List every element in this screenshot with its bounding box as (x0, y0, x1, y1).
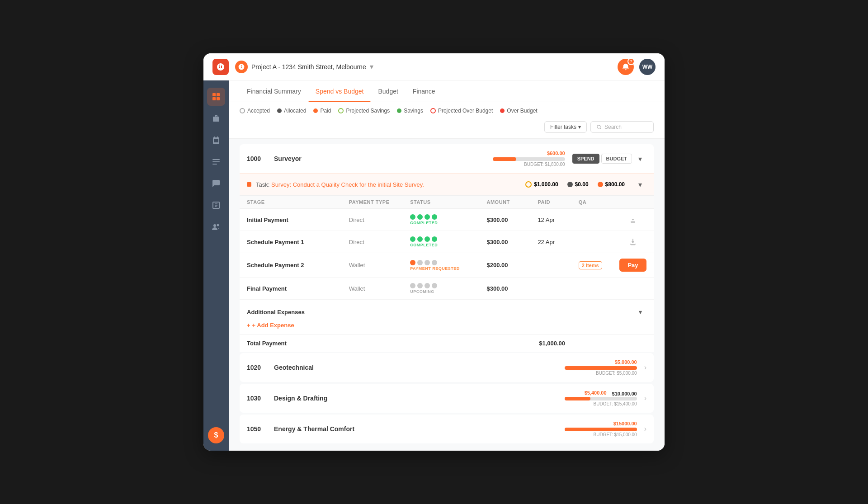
task-amounts: $1,000.00 $0.00 $800.00 ▾ (525, 178, 646, 191)
task-row: Task: Survey: Conduct a Quality Check fo… (240, 173, 654, 195)
tab-financial-summary[interactable]: Financial Summary (240, 80, 308, 102)
paid-dot (313, 108, 318, 113)
app-logo (212, 59, 229, 75)
tab-budget[interactable]: Budget (371, 80, 405, 102)
budget-bar-fill (493, 157, 517, 161)
dot-1 (410, 260, 415, 265)
legend-bar: Accepted Allocated Paid Projected Saving… (229, 102, 665, 139)
payment-table-header: STAGE PAYMENT TYPE STATUS AMOUNT PAID QA (240, 195, 654, 209)
task-amount-allocated: $0.00 (567, 181, 589, 188)
main-content: Financial Summary Spend vs Budget Budget… (229, 80, 665, 451)
projected-savings-icon (338, 108, 344, 113)
task-label: Task: Survey: Conduct a Quality Check fo… (256, 181, 424, 188)
download-icon-schedule-1[interactable] (619, 238, 646, 245)
section-1030-budget: $5,400.00 $10,000.00 BUDGET: $15,400.00 (556, 390, 637, 406)
dot-3 (425, 236, 430, 242)
header-actions: 7 WW (618, 59, 656, 75)
project-dropdown-icon[interactable]: ▾ (370, 62, 373, 71)
dot-1 (410, 236, 415, 242)
allocated-dot-task (567, 182, 573, 187)
download-icon-initial[interactable] (619, 216, 646, 223)
legend-over-budget: Over Budget (500, 108, 537, 114)
section-1020-fill (565, 366, 637, 370)
budget-bar-track (493, 157, 565, 161)
filter-tasks-button[interactable]: Filter tasks ▾ (544, 121, 587, 133)
dot-4 (432, 283, 437, 288)
savings-dot (397, 108, 401, 113)
notifications-button[interactable]: 7 (618, 59, 634, 75)
additional-expenses-header[interactable]: Additional Expenses ▾ (247, 306, 646, 318)
budget-button[interactable]: BUDGET (601, 154, 632, 164)
sidebar-item-calendar[interactable] (207, 131, 225, 149)
section-1050-fill (565, 428, 637, 431)
svg-rect-3 (217, 97, 220, 100)
section-1050-bar (565, 428, 637, 431)
accepted-icon (240, 108, 245, 113)
tabs-bar: Financial Summary Spend vs Budget Budget… (229, 80, 665, 102)
legend-allocated: Allocated (277, 108, 306, 114)
sidebar-item-briefcase[interactable] (207, 109, 225, 127)
spend-button[interactable]: SPEND (572, 154, 599, 164)
svg-rect-1 (217, 93, 220, 96)
table-content: 1000 Surveyor $600.00 BUDGET: $1,800.00 … (229, 139, 665, 451)
svg-rect-2 (212, 97, 216, 100)
dot-2 (417, 283, 423, 288)
projected-icon (525, 181, 532, 188)
task-amount-projected: $1,000.00 (525, 181, 558, 188)
tab-spend-vs-budget[interactable]: Spend vs Budget (308, 80, 371, 102)
payment-row-initial: Initial Payment Direct COMPLETED (240, 209, 654, 231)
sidebar-item-team[interactable] (207, 218, 225, 236)
dot-4 (432, 260, 437, 265)
svg-line-8 (600, 128, 601, 129)
section-1030-chevron[interactable]: › (644, 394, 646, 402)
items-badge: 2 Items (579, 261, 602, 269)
dot-4 (432, 236, 437, 242)
payment-row-schedule-2: Schedule Payment 2 Wallet PAYMENT REQUES… (240, 253, 654, 278)
task-chevron[interactable]: ▾ (634, 178, 646, 191)
project-name: Project A - 1234 Smith Street, Melbourne (251, 63, 366, 71)
section-1050-budget: $15000.00 BUDGET: $15,000.00 (556, 421, 637, 437)
sidebar-item-list[interactable] (207, 153, 225, 171)
pay-button[interactable]: Pay (619, 259, 646, 272)
section-1000-actions: SPEND BUDGET ▾ (572, 152, 646, 165)
add-expense-button[interactable]: + + Add Expense (247, 322, 646, 329)
svg-point-5 (213, 224, 216, 227)
section-1000-chevron[interactable]: ▾ (634, 152, 646, 165)
section-1020[interactable]: 1020 Geotechnical $5,000.00 BUDGET: $5,0… (240, 353, 654, 382)
sidebar-item-reports[interactable] (207, 196, 225, 214)
section-1000: 1000 Surveyor $600.00 BUDGET: $1,800.00 … (240, 144, 654, 352)
project-info[interactable]: Project A - 1234 Smith Street, Melbourne… (235, 61, 618, 73)
status-dots-initial: COMPLETED (410, 214, 486, 225)
dot-1 (410, 283, 415, 288)
additional-expenses-chevron[interactable]: ▾ (634, 306, 646, 318)
sidebar-item-dashboard[interactable] (207, 88, 225, 106)
section-1030-amounts: $5,400.00 $10,000.00 (585, 390, 637, 397)
legend-projected-over-budget: Projected Over Budget (430, 108, 493, 114)
search-box[interactable]: Search (590, 121, 654, 133)
section-1020-chevron[interactable]: › (644, 363, 646, 372)
task-link[interactable]: Survey: Conduct a Quality Check for the … (271, 181, 424, 188)
sidebar-item-chat[interactable] (207, 174, 225, 193)
task-indicator (247, 182, 251, 187)
payment-table: STAGE PAYMENT TYPE STATUS AMOUNT PAID QA… (240, 195, 654, 300)
task-amount-paid: $800.00 (598, 181, 625, 188)
section-1050[interactable]: 1050 Energy & Thermal Comfort $15000.00 … (240, 415, 654, 443)
dot-3 (425, 283, 430, 288)
payment-row-final: Final Payment Wallet UPCOMING (240, 278, 654, 300)
svg-point-6 (217, 224, 219, 226)
sidebar-item-finance[interactable]: $ (208, 427, 224, 443)
projected-over-budget-icon (430, 108, 436, 113)
section-1030[interactable]: 1030 Design & Drafting $5,400.00 $10,000… (240, 384, 654, 413)
section-1000-header[interactable]: 1000 Surveyor $600.00 BUDGET: $1,800.00 … (240, 144, 654, 173)
allocated-dot (277, 108, 282, 113)
dot-1 (410, 214, 415, 220)
user-avatar[interactable]: WW (639, 59, 656, 75)
legend-accepted: Accepted (240, 108, 270, 114)
section-1030-bar (565, 397, 637, 400)
legend-paid: Paid (313, 108, 331, 114)
tab-finance[interactable]: Finance (406, 80, 443, 102)
status-dots-schedule-1: COMPLETED (410, 236, 486, 247)
section-1020-bar (565, 366, 637, 370)
section-1050-chevron[interactable]: › (644, 425, 646, 433)
section-1030-fill (565, 397, 591, 400)
